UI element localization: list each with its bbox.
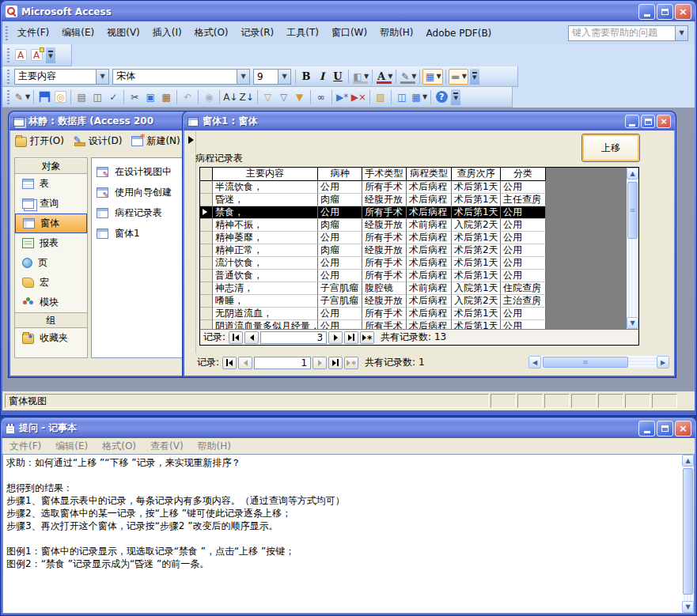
delete-record-button[interactable]: ▶× <box>350 89 367 105</box>
row-selector[interactable] <box>200 194 213 206</box>
sidebar-item-页[interactable]: 页 <box>15 253 87 273</box>
subform-vertical-scrollbar[interactable]: ▲ ≡ ▼ <box>627 168 638 329</box>
menu-item-视图(V)[interactable]: 视图(V) <box>100 22 146 43</box>
row-selector[interactable] <box>200 232 213 244</box>
row-selector[interactable] <box>200 244 213 257</box>
toolbar-grip[interactable] <box>6 26 8 40</box>
current-record-box[interactable]: 1 <box>254 357 311 369</box>
scroll-up-icon[interactable]: ▲ <box>627 168 638 180</box>
maximize-button[interactable] <box>657 421 673 436</box>
print-preview-button[interactable]: ◫ <box>89 89 105 105</box>
menu-item-工具(T)[interactable]: 工具(T) <box>280 22 325 43</box>
fill-color-button[interactable]: ◧▼ <box>351 69 369 85</box>
row-selector[interactable] <box>200 257 213 270</box>
scroll-down-icon[interactable]: ▼ <box>682 601 694 613</box>
chevron-down-icon[interactable]: ▼ <box>278 70 290 84</box>
sidebar-item-宏[interactable]: 宏 <box>15 273 87 293</box>
design-button[interactable]: 设计(D) <box>74 134 123 148</box>
scroll-up-icon[interactable]: ▲ <box>682 455 694 467</box>
row-selector[interactable] <box>200 219 213 232</box>
notepad-title-bar[interactable]: 提问 - 记事本 × <box>2 418 695 438</box>
font-combo[interactable]: 宋体 ▼ <box>112 69 250 85</box>
sort-ascending-button[interactable]: A↓ <box>222 89 238 105</box>
menu-item-帮助(H)[interactable]: 帮助(H) <box>191 437 238 455</box>
sidebar-item-报表[interactable]: 报表 <box>15 233 87 253</box>
column-header-手术类型[interactable]: 手术类型 <box>362 168 407 181</box>
open-button[interactable]: 打开(O) <box>15 134 64 148</box>
chevron-down-icon[interactable]: ▼ <box>96 70 108 84</box>
scrollbar-thumb[interactable] <box>683 468 693 595</box>
menu-item-编辑(E)[interactable]: 编辑(E) <box>55 22 100 43</box>
toolbar-options-button[interactable]: ▼ <box>451 89 460 105</box>
bold-button[interactable]: B <box>298 69 314 85</box>
font-size-combo[interactable]: 9 ▼ <box>253 69 291 85</box>
toolbar-grip[interactable] <box>7 48 9 62</box>
menu-item-Adobe PDF(B)[interactable]: Adobe PDF(B) <box>420 24 498 43</box>
underline-button[interactable]: U <box>330 69 346 85</box>
form-view-button[interactable]: ✎▼ <box>13 89 31 105</box>
column-header-查房次序[interactable]: 查房次序 <box>452 168 501 181</box>
save-button[interactable]: ▄ <box>36 89 52 105</box>
help-button[interactable]: ? <box>434 89 449 105</box>
menu-item-格式(O)[interactable]: 格式(O) <box>95 437 143 455</box>
filter-by-form-button[interactable]: ▽ <box>276 89 292 105</box>
row-selector[interactable] <box>200 181 213 194</box>
column-header-主要内容[interactable]: 主要内容 <box>213 168 318 181</box>
form-horizontal-scrollbar[interactable]: ◀ ≡ ▶ <box>528 356 669 368</box>
next-record-button[interactable] <box>313 357 327 369</box>
scroll-right-icon[interactable]: ▶ <box>657 356 669 368</box>
minimize-button[interactable] <box>638 421 655 436</box>
convert-to-pdf-email-button[interactable]: A <box>28 47 44 63</box>
notepad-text-area[interactable]: 求助：如何通过“上移 ”“下移 ”记录，来实现重新排序？ 想得到的结果：步骤1、… <box>2 454 695 614</box>
first-record-button[interactable] <box>222 357 237 369</box>
menu-item-格式(O)[interactable]: 格式(O) <box>188 22 235 43</box>
cut-button[interactable]: ✂ <box>127 89 142 105</box>
filter-by-selection-button[interactable]: ▽ <box>260 89 276 105</box>
help-search-input[interactable]: 键入需要帮助的问题 ▼ <box>568 25 688 41</box>
previous-record-button[interactable] <box>244 331 259 344</box>
toolbar-options-button[interactable]: ▼ <box>470 69 479 85</box>
access-title-bar[interactable]: Microsoft Access × <box>2 2 695 21</box>
font-color-button[interactable]: A▼ <box>375 69 393 85</box>
new-object-button[interactable]: ▦▼ <box>410 89 428 105</box>
groups-header[interactable]: 组 <box>15 312 87 328</box>
form-record-selector-strip[interactable] <box>185 131 196 353</box>
objects-header[interactable]: 对象 <box>15 158 87 174</box>
undo-button[interactable]: ↶ <box>180 89 195 105</box>
first-record-button[interactable] <box>229 331 243 344</box>
next-record-button[interactable] <box>328 331 343 344</box>
close-button[interactable]: × <box>675 421 691 436</box>
toolbar-grip[interactable] <box>7 90 9 104</box>
menu-item-帮助(H)[interactable]: 帮助(H) <box>373 22 419 43</box>
row-selector[interactable] <box>200 308 213 320</box>
close-button[interactable]: × <box>657 115 671 128</box>
maximize-button[interactable] <box>657 4 673 20</box>
chevron-down-icon[interactable]: ▼ <box>237 70 249 84</box>
style-combo[interactable]: 主要内容 ▼ <box>14 69 109 85</box>
menu-item-文件(F)[interactable]: 文件(F) <box>2 437 48 455</box>
sidebar-item-收藏夹[interactable]: 收藏夹 <box>15 328 87 348</box>
close-button[interactable]: × <box>675 4 691 20</box>
menu-item-记录(R)[interactable]: 记录(R) <box>235 22 281 43</box>
convert-to-pdf-button[interactable]: A <box>13 47 28 63</box>
new-record-button[interactable]: * <box>344 357 358 369</box>
line-color-button[interactable]: ✎▼ <box>399 69 417 85</box>
new-button[interactable]: 新建(N) <box>131 134 180 148</box>
minimize-button[interactable] <box>625 115 639 128</box>
last-record-button[interactable] <box>328 357 343 369</box>
toolbar-grip[interactable] <box>7 70 9 84</box>
copy-button[interactable]: ▣ <box>142 89 158 105</box>
print-button[interactable]: ▤ <box>74 89 89 105</box>
sidebar-item-表[interactable]: 表 <box>15 174 87 194</box>
menu-item-编辑(E)[interactable]: 编辑(E) <box>48 437 95 455</box>
properties-button[interactable]: ▨ <box>373 89 388 105</box>
move-up-button[interactable]: 上移 <box>581 134 640 162</box>
notepad-vertical-scrollbar[interactable]: ▲ ▼ <box>682 455 694 613</box>
spelling-button[interactable]: ✓ <box>105 89 121 105</box>
apply-filter-button[interactable]: ▼ <box>292 89 308 105</box>
previous-record-button[interactable] <box>238 357 252 369</box>
sidebar-item-窗体[interactable]: 窗体 <box>15 214 87 233</box>
minimize-button[interactable] <box>638 4 655 20</box>
last-record-button[interactable] <box>344 331 358 344</box>
database-window-button[interactable]: ◫ <box>394 89 410 105</box>
